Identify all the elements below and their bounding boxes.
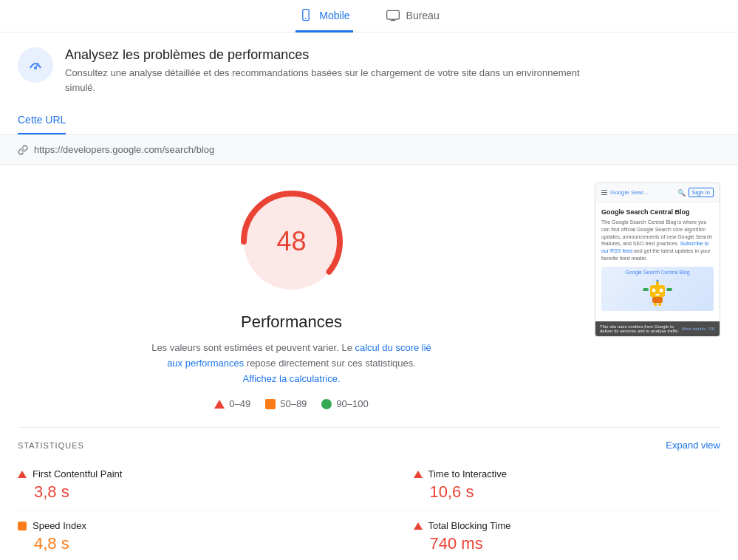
svg-rect-13	[655, 294, 660, 296]
stat-total-blocking-time: Total Blocking Time 740 ms	[369, 511, 721, 560]
svg-point-11	[652, 289, 655, 293]
screenshot-header: Google Sear... 🔍 Sign in	[595, 183, 720, 202]
legend-label-orange: 50–89	[280, 398, 307, 409]
hamburger-icon	[601, 190, 607, 195]
svg-rect-14	[656, 281, 659, 285]
statistics-header: STATISTIQUES Expand view	[18, 427, 720, 460]
stat-label-tti: Time to Interactive	[428, 468, 507, 479]
score-link2[interactable]: Affichez la calculatrice.	[243, 373, 341, 384]
tab-bar: Mobile Bureau	[0, 0, 738, 33]
stat-value-si: 4,8 s	[18, 534, 369, 553]
stat-icon-red	[18, 471, 27, 478]
svg-rect-20	[658, 303, 661, 306]
legend-icon-orange	[265, 399, 276, 409]
legend-item-green: 90–100	[321, 398, 368, 409]
tab-mobile[interactable]: Mobile	[295, 1, 352, 33]
score-number: 48	[276, 226, 306, 257]
score-circle: 48	[233, 182, 351, 301]
screenshot-header-left: Google Sear...	[601, 189, 648, 196]
svg-point-15	[656, 280, 658, 282]
screenshot-cookie-bar: This site uses cookies from Google to de…	[595, 321, 720, 336]
stat-time-to-interactive: Time to Interactive 10,6 s	[369, 460, 721, 511]
url-tab-label: Cette URL	[18, 114, 66, 126]
legend-label-green: 90–100	[336, 398, 368, 409]
screenshot-logo: Google Sear...	[610, 189, 648, 196]
stat-label-tbt: Total Blocking Time	[428, 520, 511, 531]
tab-mobile-label: Mobile	[319, 10, 349, 21]
legend-item-orange: 50–89	[265, 398, 307, 409]
svg-rect-2	[386, 10, 399, 19]
legend-item-red: 0–49	[214, 398, 250, 409]
tab-bureau[interactable]: Bureau	[383, 1, 443, 33]
stat-value-tbt: 740 ms	[414, 534, 721, 553]
url-tab-this[interactable]: Cette URL	[18, 106, 66, 134]
stat-label-row: First Contentful Paint	[18, 468, 369, 479]
main-content: 48 Performances Les valeurs sont estimée…	[0, 165, 738, 427]
link-icon	[18, 145, 28, 155]
statistics-title: STATISTIQUES	[18, 441, 84, 450]
screenshot-section: Google Sear... 🔍 Sign in Google Search C…	[595, 182, 720, 409]
stat-label-si: Speed Index	[33, 520, 86, 531]
header-title: Analysez les problèmes de performances	[65, 47, 582, 63]
stat-value-fcp: 3,8 s	[18, 482, 369, 502]
stat-label-fcp: First Contentful Paint	[33, 468, 122, 479]
screenshot-ok[interactable]: OK	[708, 327, 715, 331]
screenshot-signin: Sign in	[689, 188, 714, 197]
svg-point-1	[305, 18, 307, 19]
header-logo	[18, 47, 53, 83]
url-tabs: Cette URL	[0, 106, 738, 135]
svg-point-5	[27, 56, 44, 74]
stat-label-row: Time to Interactive	[414, 468, 721, 479]
url-bar: https://developers.google.com/search/blo…	[0, 135, 738, 165]
stat-first-contentful-paint: First Contentful Paint 3,8 s	[18, 460, 369, 511]
screenshot-image-label: Google Search Central Blog	[625, 270, 689, 275]
stat-label-row: Speed Index	[18, 520, 369, 531]
svg-rect-17	[666, 288, 672, 291]
stat-icon-red	[414, 522, 423, 530]
screenshot-body: Google Search Central Blog The Google Se…	[595, 202, 720, 321]
svg-point-7	[34, 66, 37, 69]
desktop-icon	[386, 8, 400, 23]
screenshot-more-details[interactable]: More details	[682, 327, 706, 331]
score-desc-part2: repose directement sur ces statistiques.	[247, 358, 416, 369]
legend: 0–49 50–89 90–100	[214, 398, 368, 409]
stat-icon-red	[414, 471, 423, 478]
stat-speed-index: Speed Index 4,8 s	[18, 511, 369, 560]
stat-label-row: Total Blocking Time	[414, 520, 721, 531]
svg-rect-18	[652, 297, 663, 303]
header-description: Consultez une analyse détaillée et des r…	[65, 66, 582, 95]
header-section: Analysez les problèmes de performances C…	[0, 33, 738, 106]
legend-label-red: 0–49	[229, 398, 250, 409]
score-description: Les valeurs sont estimées et peuvent var…	[144, 341, 440, 386]
stats-grid: First Contentful Paint 3,8 s Time to Int…	[18, 460, 720, 560]
screenshot-image: Google Search Central Blog	[601, 267, 714, 311]
score-section: 48 Performances Les valeurs sont estimée…	[18, 182, 565, 409]
expand-view-button[interactable]: Expand view	[666, 440, 720, 451]
statistics-section: STATISTIQUES Expand view First Contentfu…	[0, 427, 738, 560]
mobile-icon	[298, 8, 313, 23]
screenshot-search-icon: 🔍	[677, 189, 686, 197]
svg-rect-19	[654, 303, 657, 306]
tab-bureau-label: Bureau	[406, 10, 440, 21]
svg-point-12	[659, 289, 663, 293]
stat-value-tti: 10,6 s	[414, 482, 721, 502]
screenshot-footer-text: This site uses cookies from Google to de…	[600, 324, 682, 333]
score-desc-part1: Les valeurs sont estimées et peuvent var…	[151, 342, 352, 353]
svg-rect-16	[643, 288, 649, 291]
screenshot-title: Google Search Central Blog	[601, 208, 714, 216]
screenshot-frame: Google Sear... 🔍 Sign in Google Search C…	[595, 182, 720, 337]
speedometer-icon	[25, 55, 46, 75]
url-text: https://developers.google.com/search/blo…	[34, 144, 214, 155]
screenshot-text: The Google Search Central Blog is where …	[601, 219, 714, 262]
score-label: Performances	[241, 313, 342, 332]
robot-illustration	[639, 278, 676, 307]
legend-icon-green	[321, 399, 332, 409]
header-text: Analysez les problèmes de performances C…	[65, 47, 582, 95]
stat-icon-orange	[18, 522, 27, 530]
legend-icon-red	[214, 400, 225, 409]
